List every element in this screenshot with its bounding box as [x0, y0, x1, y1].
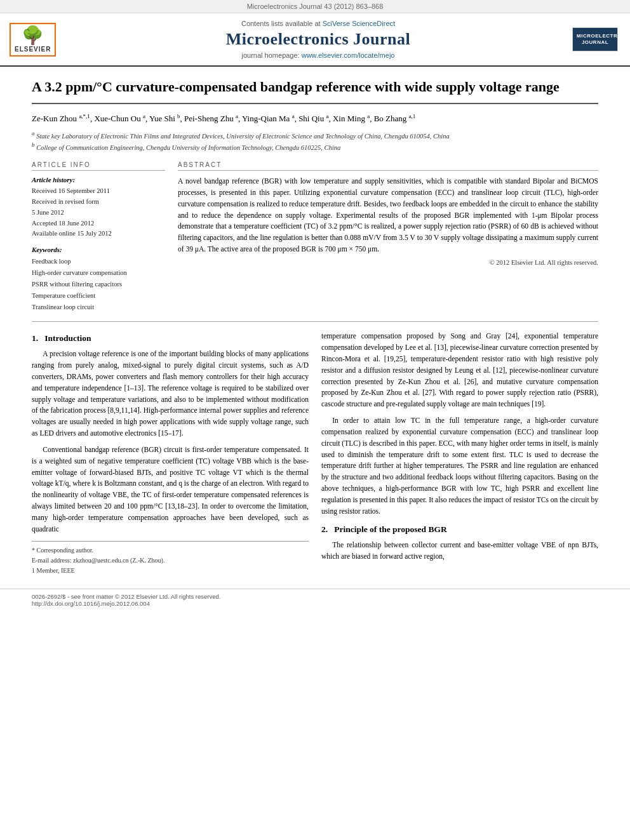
- body-right-col: temperature compensation proposed by Son…: [321, 331, 598, 576]
- elsevier-logo: 🌳 ELSEVIER: [10, 20, 67, 59]
- citation-text: Microelectronics Journal 43 (2012) 863–8…: [247, 3, 384, 10]
- section1-para1: A precision voltage reference is one of …: [32, 349, 309, 439]
- abstract-col: ABSTRACT A novel bandgap reference (BGR)…: [178, 161, 598, 312]
- section2-title: 2. Principle of the proposed BGR: [321, 524, 598, 535]
- article-info-header: ARTICLE INFO: [32, 161, 165, 171]
- section2-body: The relationship between collector curre…: [321, 540, 598, 563]
- issn-text: 0026-2692/$ - see front matter © 2012 El…: [32, 593, 220, 600]
- authors-line: Ze-Kun Zhou a,*,1, Xue-Chun Ou a, Yue Sh…: [32, 112, 598, 126]
- header-right-logo: MICROELECTRONICS JOURNAL: [570, 20, 620, 59]
- copyright-line: © 2012 Elsevier Ltd. All rights reserved…: [178, 259, 598, 266]
- section1-para2: Conventional bandgap reference (BGR) cir…: [32, 444, 309, 535]
- citation-bar: Microelectronics Journal 43 (2012) 863–8…: [0, 0, 630, 13]
- bottom-bar: 0026-2692/$ - see front matter © 2012 El…: [0, 589, 630, 611]
- homepage-line: journal homepage: www.elsevier.com/locat…: [242, 51, 395, 59]
- revised-date: 5 June 2012: [32, 208, 165, 218]
- section1-right-body: temperature compensation proposed by Son…: [321, 331, 598, 517]
- affiliation-b: b College of Communication Engineering, …: [32, 141, 598, 152]
- keyword-2: High-order curvature compensation: [32, 267, 165, 279]
- sciverse-link[interactable]: SciVerse ScienceDirect: [323, 20, 395, 27]
- history-title: Article history:: [32, 176, 165, 183]
- footnote-email: E-mail address: zkzhou@uestc.edu.cn (Z.-…: [32, 556, 309, 566]
- keyword-4: Temperature coefficient: [32, 290, 165, 302]
- footnote-area: * Corresponding author. E-mail address: …: [32, 541, 309, 576]
- doi-text: http://dx.doi.org/10.1016/j.mejo.2012.06…: [32, 600, 150, 607]
- article-info-col: ARTICLE INFO Article history: Received 1…: [32, 161, 165, 312]
- body-content: 1. Introduction A precision voltage refe…: [32, 331, 598, 576]
- affiliation-a: a State key Laboratory of Electronic Thi…: [32, 130, 598, 141]
- article-history: Article history: Received 16 September 2…: [32, 176, 165, 239]
- section1-right-para2: In order to attain low TC in the full te…: [321, 415, 598, 517]
- section-divider: [32, 321, 598, 322]
- journal-title: Microelectronics Journal: [226, 30, 410, 49]
- elsevier-logo-box: 🌳 ELSEVIER: [10, 23, 56, 57]
- info-abstract-cols: ARTICLE INFO Article history: Received 1…: [32, 161, 598, 312]
- content-area: A 3.2 ppm/°C curvature-compensated bandg…: [0, 67, 630, 589]
- keywords-title: Keywords:: [32, 246, 165, 253]
- keyword-5: Translinear loop circuit: [32, 302, 165, 313]
- section1-right-para1: temperature compensation proposed by Son…: [321, 331, 598, 410]
- elsevier-tree-icon: 🌳: [22, 27, 44, 44]
- keywords-section: Keywords: Feedback loop High-order curva…: [32, 246, 165, 312]
- homepage-label: journal homepage:: [242, 51, 300, 59]
- footnote-corresponding: * Corresponding author.: [32, 545, 309, 556]
- mj-logo-box: MICROELECTRONICS JOURNAL: [572, 27, 618, 52]
- affiliations: a State key Laboratory of Electronic Thi…: [32, 130, 598, 153]
- elsevier-label: ELSEVIER: [15, 46, 51, 53]
- keyword-1: Feedback loop: [32, 256, 165, 267]
- revised-label: Received in revised form: [32, 197, 165, 208]
- journal-header: 🌳 ELSEVIER Contents lists available at S…: [0, 13, 630, 67]
- section1-body: A precision voltage reference is one of …: [32, 349, 309, 535]
- sciverse-prefix: Contents lists available at: [241, 20, 321, 27]
- accepted-date: Accepted 18 June 2012: [32, 218, 165, 229]
- sciverse-line: Contents lists available at SciVerse Sci…: [241, 20, 395, 27]
- homepage-url[interactable]: www.elsevier.com/locate/mejo: [302, 51, 395, 59]
- abstract-header: ABSTRACT: [178, 161, 598, 171]
- body-left-col: 1. Introduction A precision voltage refe…: [32, 331, 309, 576]
- mj-logo-text: MICROELECTRONICS JOURNAL: [577, 33, 630, 45]
- abstract-paragraph: A novel bandgap reference (BGR) with low…: [178, 176, 598, 255]
- section1-title: 1. Introduction: [32, 333, 309, 343]
- available-date: Available online 15 July 2012: [32, 229, 165, 239]
- page-wrapper: Microelectronics Journal 43 (2012) 863–8…: [0, 0, 630, 840]
- header-center: Contents lists available at SciVerse Sci…: [73, 20, 563, 59]
- keyword-3: PSRR without filtering capacitors: [32, 279, 165, 290]
- article-title: A 3.2 ppm/°C curvature-compensated bandg…: [32, 78, 598, 104]
- abstract-text: A novel bandgap reference (BGR) with low…: [178, 176, 598, 255]
- footnote-member: 1 Member, IEEE: [32, 566, 309, 576]
- section2-para1: The relationship between collector curre…: [321, 540, 598, 563]
- received-date: Received 16 September 2011: [32, 186, 165, 197]
